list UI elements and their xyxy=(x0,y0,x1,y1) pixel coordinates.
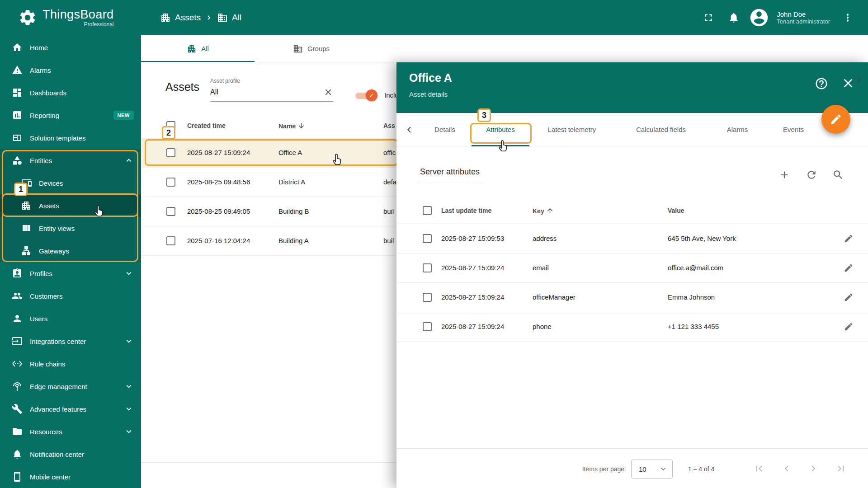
cell-asset-profile: buil xyxy=(383,207,394,215)
column-name[interactable]: Name xyxy=(278,122,305,130)
sidebar-item-label: Resources xyxy=(30,428,62,436)
sidebar-item-users[interactable]: Users xyxy=(0,307,141,330)
attribute-row-office-manager[interactable]: 2025-08-27 15:09:24 officeManager Emma J… xyxy=(396,283,868,312)
column-created-time[interactable]: Created time xyxy=(187,122,226,129)
filter-label: Asset profile xyxy=(210,78,333,84)
cell-name: Office A xyxy=(278,149,302,156)
sidebar-item-label: Devices xyxy=(39,179,63,187)
sidebar-item-profiles[interactable]: Profiles xyxy=(0,262,141,285)
include-toggle[interactable]: ✓ xyxy=(355,90,376,100)
first-page-button[interactable] xyxy=(753,463,765,474)
sidebar-item-label: Assets xyxy=(39,202,59,210)
integrations-icon xyxy=(12,336,23,347)
row-checkbox[interactable] xyxy=(166,178,175,187)
breadcrumb-assets[interactable]: Assets xyxy=(160,12,201,23)
last-page-button[interactable] xyxy=(835,463,847,474)
cell-created-time: 2025-07-16 12:04:24 xyxy=(187,237,250,244)
column-key[interactable]: Key xyxy=(533,207,554,215)
home-icon xyxy=(12,42,23,53)
resources-icon xyxy=(12,426,23,437)
gear-logo-icon xyxy=(18,8,37,27)
column-value[interactable]: Value xyxy=(668,207,684,214)
breadcrumb-all[interactable]: All xyxy=(217,12,241,23)
attribute-row-address[interactable]: 2025-08-27 15:09:53 address 645 5th Ave,… xyxy=(396,224,868,253)
add-attribute-button[interactable] xyxy=(778,169,790,181)
column-asset-profile[interactable]: Ass xyxy=(383,122,395,129)
sidebar-item-solution-templates[interactable]: Solution templates xyxy=(0,127,141,149)
sidebar-item-entities[interactable]: Entities xyxy=(0,149,141,172)
entity-group-icon xyxy=(217,12,228,23)
sidebar-item-integrations-center[interactable]: Integrations center xyxy=(0,330,141,352)
sidebar-item-label: Edge management xyxy=(30,383,87,390)
entity-group-icon xyxy=(293,44,303,54)
row-checkbox[interactable] xyxy=(166,236,175,245)
items-per-page-select[interactable]: 10 xyxy=(631,460,673,479)
tab-label: All xyxy=(201,45,209,52)
assets-icon xyxy=(160,12,171,23)
tab-all[interactable]: All xyxy=(141,35,255,62)
sidebar-item-label: Integrations center xyxy=(30,338,86,345)
search-button[interactable] xyxy=(832,169,844,181)
tab-alarms[interactable]: Alarms xyxy=(708,113,767,146)
select-all-checkbox[interactable] xyxy=(423,206,432,215)
chevron-down-icon xyxy=(659,465,668,474)
row-checkbox[interactable] xyxy=(423,234,432,243)
tab-events[interactable]: Events xyxy=(767,113,820,146)
refresh-button[interactable] xyxy=(806,169,817,181)
sidebar-item-reporting[interactable]: Reporting NEW xyxy=(0,104,141,127)
tabs-scroll-left-button[interactable] xyxy=(400,124,418,136)
sidebar-item-assets[interactable]: Assets xyxy=(0,194,141,217)
sidebar-item-label: Reporting xyxy=(30,112,59,119)
tabs-scroll-right-button[interactable] xyxy=(853,73,865,86)
clear-filter-icon[interactable] xyxy=(323,87,333,97)
attribute-row-email[interactable]: 2025-08-27 15:09:24 email office.a@mail.… xyxy=(396,253,868,283)
thingsboard-logo[interactable]: ThingsBoard Professional xyxy=(0,8,141,28)
sidebar-item-label: Dashboards xyxy=(30,89,66,97)
sidebar-item-dashboards[interactable]: Dashboards xyxy=(0,81,141,104)
attribute-row-phone[interactable]: 2025-08-27 15:09:24 phone +1 121 333 445… xyxy=(396,312,868,342)
row-checkbox[interactable] xyxy=(423,322,432,331)
edit-attribute-icon[interactable] xyxy=(844,322,854,332)
attributes-table-body: 2025-08-27 15:09:53 address 645 5th Ave,… xyxy=(396,224,868,342)
row-checkbox[interactable] xyxy=(423,293,432,302)
edit-attribute-icon[interactable] xyxy=(844,292,854,302)
sidebar-item-alarms[interactable]: Alarms xyxy=(0,59,141,81)
cell-key: email xyxy=(533,264,549,272)
previous-page-button[interactable] xyxy=(781,463,793,474)
fullscreen-button[interactable] xyxy=(698,7,719,28)
help-icon[interactable] xyxy=(815,77,828,90)
reporting-icon xyxy=(12,110,23,121)
notifications-button[interactable] xyxy=(723,7,744,28)
tab-calculated-fields[interactable]: Calculated fields xyxy=(614,113,708,146)
next-page-button[interactable] xyxy=(807,463,819,474)
paginator: Items per page: 10 1 – 4 of 4 xyxy=(396,448,868,488)
sidebar-item-home[interactable]: Home xyxy=(0,36,141,59)
sidebar-item-gateways[interactable]: Gateways xyxy=(0,239,141,262)
column-last-update-time[interactable]: Last update time xyxy=(441,207,491,214)
edit-fab-button[interactable] xyxy=(821,105,850,134)
user-name: John Doe xyxy=(777,10,830,18)
sidebar-item-advanced-features[interactable]: Advanced features xyxy=(0,398,141,420)
sidebar-item-rule-chains[interactable]: Rule chains xyxy=(0,352,141,375)
edit-attribute-icon[interactable] xyxy=(844,263,854,273)
asset-profile-filter[interactable]: Asset profile All xyxy=(210,78,333,102)
edit-attribute-icon[interactable] xyxy=(844,234,854,244)
tab-groups[interactable]: Groups xyxy=(255,35,368,62)
sidebar-item-edge-management[interactable]: Edge management xyxy=(0,375,141,398)
more-menu-button[interactable] xyxy=(837,7,858,28)
edge-icon xyxy=(12,381,23,392)
sidebar-nav: Home Alarms Dashboards Reporting NEW Sol… xyxy=(0,35,141,488)
attribute-scope-selector[interactable]: Server attributes xyxy=(419,167,481,181)
tab-latest-telemetry[interactable]: Latest telemetry xyxy=(529,113,614,146)
user-avatar-button[interactable] xyxy=(749,7,769,28)
tab-details[interactable]: Details xyxy=(418,113,472,146)
sidebar-item-entity-views[interactable]: Entity views xyxy=(0,217,141,239)
sidebar-item-notification-center[interactable]: Notification center xyxy=(0,443,141,465)
sidebar-item-customers[interactable]: Customers xyxy=(0,285,141,307)
sidebar-item-resources[interactable]: Resources xyxy=(0,420,141,443)
row-checkbox[interactable] xyxy=(423,263,432,272)
assets-icon xyxy=(187,44,197,54)
row-checkbox[interactable] xyxy=(166,207,175,216)
sidebar-item-mobile-center[interactable]: Mobile center xyxy=(0,465,141,488)
row-checkbox[interactable] xyxy=(166,148,175,157)
